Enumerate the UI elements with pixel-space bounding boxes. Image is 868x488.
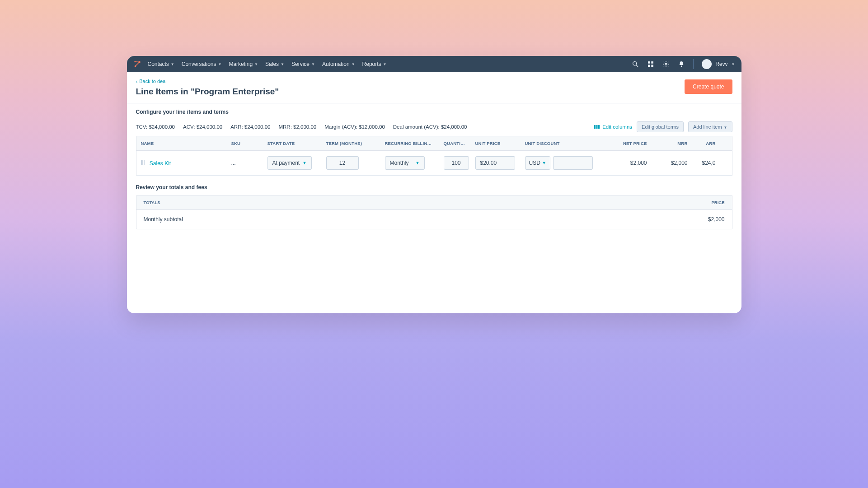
metric-arr: ARR: $24,000.00 [230,124,270,130]
topbar-right: Revv ▼ [632,59,735,69]
avatar [702,59,712,69]
col-net: NET PRICE [597,136,652,150]
chevron-left-icon: ‹ [136,79,138,84]
add-line-item-button[interactable]: Add line item▼ [688,121,732,132]
svg-line-3 [135,62,139,66]
table-body: Sales Kit ... At payment ▼ 12 M [136,151,732,176]
cell-freq: Monthly ▼ [380,151,439,175]
settings-icon[interactable] [662,60,670,68]
discount-currency-select[interactable]: USD ▼ [525,156,550,170]
svg-rect-9 [648,65,650,67]
search-icon[interactable] [632,60,639,68]
cell-price: $20.00 [471,151,521,175]
metric-margin: Margin (ACV): $12,000.00 [324,124,385,130]
content-area: Configure your line items and terms TCV:… [127,103,741,235]
create-quote-button[interactable]: Create quote [685,79,732,94]
metric-mrr: MRR: $2,000.00 [278,124,316,130]
divider [693,59,694,69]
drag-handle-icon[interactable] [141,160,145,165]
col-unit-price: UNIT PRICE [471,136,521,150]
hubspot-logo-icon [133,60,141,68]
chevron-down-icon: ▼ [416,161,420,165]
chevron-down-icon: ▼ [311,62,315,66]
cell-sku: ... [227,154,263,172]
price-label: PRICE [711,200,724,205]
svg-point-11 [665,63,667,65]
cell-name: Sales Kit [136,154,227,172]
table-actions: Edit columns Edit global terms Add line … [594,121,732,132]
totals-label: TOTALS [144,200,160,205]
chevron-down-icon: ▼ [171,62,174,66]
metric-acv: ACV: $24,000.00 [183,124,222,130]
chevron-down-icon: ▼ [281,62,284,66]
chevron-down-icon: ▼ [352,62,355,66]
col-name: NAME [136,136,227,150]
nav-conversations[interactable]: Conversations▼ [182,61,222,67]
cell-start: At payment ▼ [263,151,322,175]
chevron-down-icon: ▼ [383,62,387,66]
cell-term: 12 [322,151,380,175]
edit-global-terms-button[interactable]: Edit global terms [637,121,684,132]
chevron-down-icon: ▼ [724,125,727,130]
chevron-down-icon: ▼ [732,62,735,66]
chevron-down-icon: ▼ [218,62,222,66]
col-freq: RECURRING BILLING FREQ. [380,136,439,150]
nav-service[interactable]: Service▼ [291,61,315,67]
notifications-icon[interactable] [678,60,685,68]
table-header: NAME SKU START DATE TERM (MONTHS) RECURR… [136,136,732,151]
subtotal-value: $2,000 [708,216,725,223]
svg-point-5 [633,62,637,65]
columns-icon [594,125,600,129]
cell-qty: 100 [439,151,471,175]
page-title: Line Items in "Program Enterprise" [136,87,279,97]
back-to-deal-link[interactable]: ‹ Back to deal [136,79,167,84]
unit-price-input[interactable]: $20.00 [475,156,515,170]
totals-table: TOTALS PRICE Monthly subtotal $2,000 [136,195,732,229]
nav-reports[interactable]: Reports▼ [362,61,387,67]
app-window: Contacts▼ Conversations▼ Marketing▼ Sale… [127,56,741,313]
chevron-down-icon: ▼ [542,161,546,165]
col-start: START DATE [263,136,322,150]
svg-rect-8 [652,61,654,64]
term-input[interactable]: 12 [326,156,359,170]
metrics-row: TCV: $24,000.00 ACV: $24,000.00 ARR: $24… [136,121,732,132]
svg-rect-7 [648,61,650,64]
svg-rect-14 [596,125,598,129]
review-subtitle: Review your totals and fees [136,184,732,191]
nav-automation[interactable]: Automation▼ [322,61,355,67]
svg-rect-10 [652,65,654,67]
nav-menu: Contacts▼ Conversations▼ Marketing▼ Sale… [148,61,387,67]
start-date-select[interactable]: At payment ▼ [267,156,312,170]
metric-deal-amount: Deal amount (ACV): $24,000.00 [393,124,467,130]
cell-mrr: $2,000 [652,154,692,172]
svg-rect-13 [594,125,596,129]
line-items-table: NAME SKU START DATE TERM (MONTHS) RECURR… [136,136,732,176]
col-unit-discount: UNIT DISCOUNT [521,136,597,150]
discount-value-input[interactable] [553,156,593,170]
svg-rect-15 [598,125,600,129]
svg-point-12 [681,65,682,67]
chevron-down-icon: ▼ [303,161,307,165]
cell-discount: USD ▼ [521,151,597,175]
account-name: Revv [715,61,727,67]
svg-line-4 [135,62,139,62]
nav-contacts[interactable]: Contacts▼ [148,61,174,67]
nav-marketing[interactable]: Marketing▼ [229,61,258,67]
quantity-input[interactable]: 100 [444,156,469,170]
col-mrr: MRR [652,136,692,150]
product-link[interactable]: Sales Kit [150,160,171,167]
totals-header: TOTALS PRICE [136,195,732,210]
cell-net: $2,000 [597,154,652,172]
account-menu[interactable]: Revv ▼ [702,59,735,69]
col-qty: QUANTITY [439,136,471,150]
col-term: TERM (MONTHS) [322,136,380,150]
frequency-select[interactable]: Monthly ▼ [385,156,425,170]
page-header: ‹ Back to deal Line Items in "Program En… [127,72,741,103]
edit-columns-link[interactable]: Edit columns [594,124,632,130]
marketplace-icon[interactable] [647,60,654,68]
metric-tcv: TCV: $24,000.00 [136,124,175,130]
col-arr: ARR [692,136,720,150]
topbar: Contacts▼ Conversations▼ Marketing▼ Sale… [127,56,741,72]
totals-row: Monthly subtotal $2,000 [136,210,732,229]
nav-sales[interactable]: Sales▼ [265,61,284,67]
